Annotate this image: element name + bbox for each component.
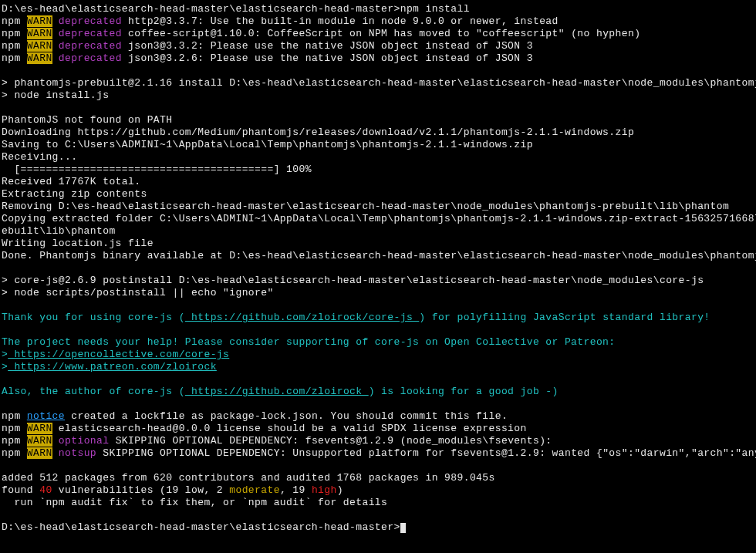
terminal-segment: WARN <box>27 40 52 52</box>
terminal-line: Downloading https://github.com/Medium/ph… <box>2 126 634 138</box>
terminal-line: > https://www.patreon.com/zloirock <box>2 361 217 373</box>
terminal-segment: deprecated <box>59 52 122 64</box>
terminal-segment: optional <box>59 435 110 447</box>
terminal-segment: > <box>2 361 8 373</box>
terminal-line: Thank you for using core-js ( https://gi… <box>2 312 710 323</box>
terminal-segment: SKIPPING OPTIONAL DEPENDENCY: Unsupporte… <box>96 447 756 459</box>
terminal-segment: npm <box>2 423 27 434</box>
terminal-segment: Thank you for using core-js ( <box>2 312 185 323</box>
cursor <box>400 523 406 533</box>
terminal-segment: npm <box>2 447 27 459</box>
terminal-segment: Copying extracted folder C:\Users\ADMINI… <box>2 213 756 224</box>
terminal-line: npm WARN notsup SKIPPING OPTIONAL DEPEND… <box>2 447 756 459</box>
terminal-line: ebuilt\lib\phantom <box>2 225 116 237</box>
terminal-line: Writing location.js file <box>2 238 154 249</box>
terminal-segment: Received 17767K total. <box>2 176 140 187</box>
terminal-segment: Writing location.js file <box>2 238 154 249</box>
terminal-segment: WARN <box>27 435 52 447</box>
terminal-segment: WARN <box>27 52 52 64</box>
terminal-line: npm WARN deprecated json3@3.2.6: Please … <box>2 52 533 64</box>
terminal-line: npm WARN deprecated coffee-script@1.10.0… <box>2 28 640 39</box>
terminal-segment: coffee-script@1.10.0: CoffeeScript on NP… <box>122 28 641 39</box>
terminal-segment: Saving to C:\Users\ADMINI~1\AppData\Loca… <box>2 139 533 150</box>
terminal-line: Done. Phantomjs binary available at D:\e… <box>2 250 756 261</box>
terminal-segment: vulnerabilities (19 low, 2 <box>52 484 230 496</box>
terminal-segment: high <box>312 484 337 496</box>
terminal-line: run `npm audit fix` to fix them, or `npm… <box>2 497 387 508</box>
terminal-line: found 40 vulnerabilities (19 low, 2 mode… <box>2 484 343 496</box>
terminal-segment: SKIPPING OPTIONAL DEPENDENCY: fsevents@1… <box>109 435 552 447</box>
terminal-segment: PhantomJS not found on PATH <box>2 114 172 126</box>
terminal-segment: D:\es-head\elasticsearch-head-master\ela… <box>2 3 470 15</box>
terminal-segment: Removing D:\es-head\elasticsearch-head-m… <box>2 201 729 212</box>
terminal-segment: https://github.com/zloirock/core-js <box>185 312 419 323</box>
terminal-line: npm WARN deprecated json3@3.3.2: Please … <box>2 40 533 52</box>
terminal-segment: deprecated <box>59 15 122 27</box>
terminal-line: npm notice created a lockfile as package… <box>2 410 508 422</box>
terminal-segment: npm <box>2 410 27 422</box>
terminal-line: D:\es-head\elasticsearch-head-master\ela… <box>2 521 406 533</box>
terminal-segment: > phantomjs-prebuilt@2.1.16 install D:\e… <box>2 77 756 89</box>
terminal-segment: npm <box>2 52 27 64</box>
terminal-segment: > node scripts/postinstall || echo "igno… <box>2 287 274 298</box>
terminal-line: > node install.js <box>2 89 109 101</box>
terminal-segment: > node install.js <box>2 89 109 101</box>
terminal-line: The project needs your help! Please cons… <box>2 336 616 348</box>
terminal-segment: npm <box>2 15 27 27</box>
terminal-line: > core-js@2.6.9 postinstall D:\es-head\e… <box>2 275 704 286</box>
terminal-line: Extracting zip contents <box>2 188 147 200</box>
terminal-line: Saving to C:\Users\ADMINI~1\AppData\Loca… <box>2 139 533 150</box>
terminal-output[interactable]: D:\es-head\elasticsearch-head-master\ela… <box>0 0 756 537</box>
terminal-segment: https://opencollective.com/core-js <box>8 349 229 360</box>
terminal-line: Removing D:\es-head\elasticsearch-head-m… <box>2 201 729 212</box>
terminal-segment: https://www.patreon.com/zloirock <box>8 361 217 373</box>
terminal-line: Also, the author of core-js ( https://gi… <box>2 386 559 397</box>
terminal-segment: json3@3.2.6: Please use the native JSON … <box>122 52 533 64</box>
terminal-segment: Also, the author of core-js ( <box>2 386 185 397</box>
terminal-line: D:\es-head\elasticsearch-head-master\ela… <box>2 3 470 15</box>
terminal-segment: deprecated <box>59 28 122 39</box>
terminal-segment: added 512 packages from 620 contributors… <box>2 472 495 484</box>
terminal-segment: ebuilt\lib\phantom <box>2 225 116 237</box>
terminal-segment <box>52 40 59 52</box>
terminal-segment: WARN <box>27 447 52 459</box>
terminal-segment: http2@3.3.7: Use the built-in module in … <box>122 15 559 27</box>
terminal-line: Receiving... <box>2 151 77 163</box>
terminal-segment: WARN <box>27 15 52 27</box>
terminal-segment: run `npm audit fix` to fix them, or `npm… <box>2 497 387 508</box>
terminal-segment: WARN <box>27 28 52 39</box>
terminal-segment: notsup <box>59 447 96 459</box>
terminal-segment: https://github.com/zloirock <box>185 386 369 397</box>
terminal-segment: [=======================================… <box>2 164 312 175</box>
terminal-segment: , 19 <box>280 484 312 496</box>
terminal-segment: deprecated <box>59 40 122 52</box>
terminal-segment <box>52 435 59 447</box>
terminal-segment: npm <box>2 28 27 39</box>
terminal-line: > phantomjs-prebuilt@2.1.16 install D:\e… <box>2 77 756 89</box>
terminal-segment: 40 <box>39 484 52 496</box>
terminal-line: npm WARN deprecated http2@3.3.7: Use the… <box>2 15 559 27</box>
terminal-segment: ) for polyfilling JavaScript standard li… <box>419 312 710 323</box>
terminal-segment <box>52 28 59 39</box>
terminal-segment: > <box>2 349 8 360</box>
terminal-segment: WARN <box>27 423 52 434</box>
terminal-line: > https://opencollective.com/core-js <box>2 349 229 360</box>
terminal-segment: Done. Phantomjs binary available at D:\e… <box>2 250 756 261</box>
terminal-segment: D:\es-head\elasticsearch-head-master\ela… <box>2 521 400 533</box>
terminal-segment: Receiving... <box>2 151 77 163</box>
terminal-line: npm WARN elasticsearch-head@0.0.0 licens… <box>2 423 527 434</box>
terminal-segment <box>52 15 59 27</box>
terminal-segment: found <box>2 484 39 496</box>
terminal-line: Copying extracted folder C:\Users\ADMINI… <box>2 213 756 224</box>
terminal-segment: created a lockfile as package-lock.json.… <box>65 410 508 422</box>
terminal-segment: ) <box>337 484 343 496</box>
terminal-segment: moderate <box>229 484 280 496</box>
terminal-line: npm WARN optional SKIPPING OPTIONAL DEPE… <box>2 435 552 447</box>
terminal-segment: npm <box>2 40 27 52</box>
terminal-segment: elasticsearch-head@0.0.0 license should … <box>52 423 527 434</box>
terminal-segment: Extracting zip contents <box>2 188 147 200</box>
terminal-segment <box>52 447 59 459</box>
terminal-segment <box>52 52 59 64</box>
terminal-line: added 512 packages from 620 contributors… <box>2 472 495 484</box>
terminal-segment: The project needs your help! Please cons… <box>2 336 616 348</box>
